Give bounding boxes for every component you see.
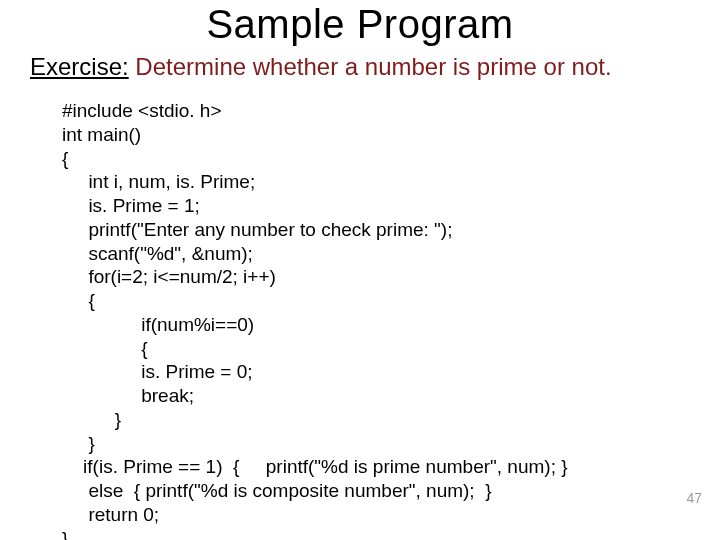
- exercise-label: Exercise:: [30, 53, 129, 80]
- slide: Sample Program Exercise: Determine wheth…: [0, 2, 720, 540]
- code-block: #include <stdio. h> int main() { int i, …: [62, 99, 720, 540]
- page-number: 47: [686, 490, 702, 506]
- exercise-line: Exercise: Determine whether a number is …: [30, 53, 720, 81]
- exercise-text: Determine whether a number is prime or n…: [129, 53, 612, 80]
- slide-title: Sample Program: [0, 2, 720, 47]
